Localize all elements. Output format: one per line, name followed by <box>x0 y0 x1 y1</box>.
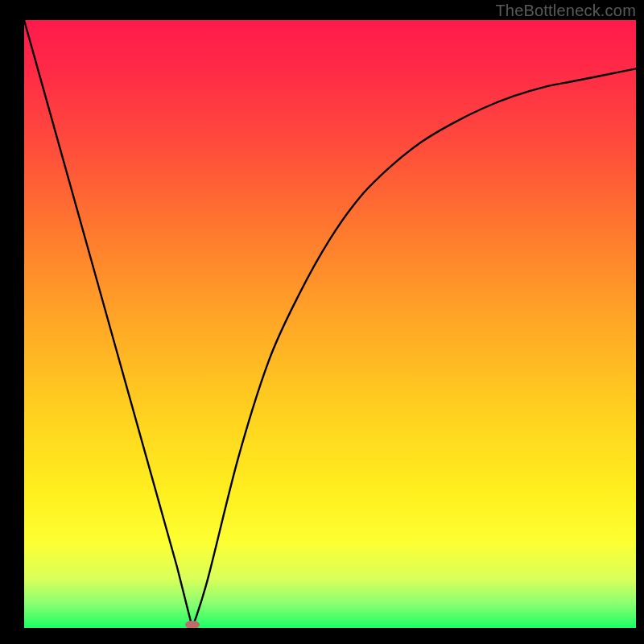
plot-area <box>24 20 636 628</box>
gradient-background <box>24 20 636 628</box>
bottleneck-chart <box>24 20 636 628</box>
chart-frame: TheBottleneck.com <box>0 0 644 644</box>
watermark-text: TheBottleneck.com <box>495 2 636 20</box>
